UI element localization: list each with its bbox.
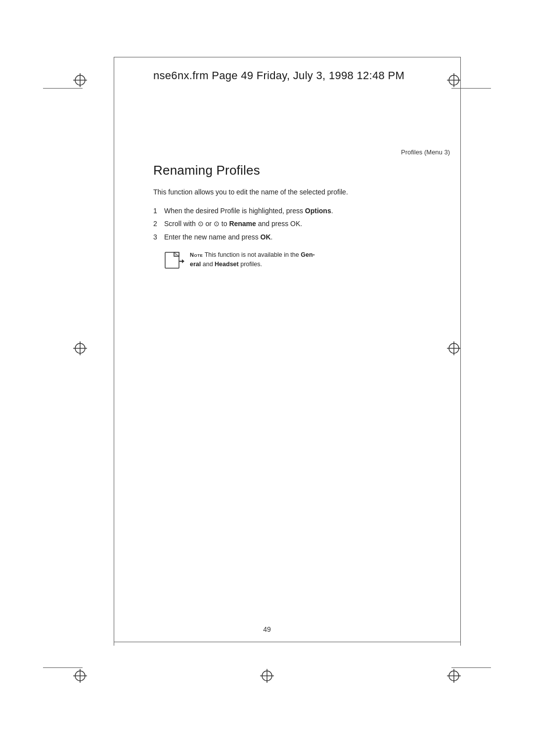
note-text: Note This function is not available in t… [190,250,450,269]
step-3-num: 3 [153,232,164,242]
reg-mark-bottom-right [447,669,461,683]
note-bold-headset: Headset [215,261,239,268]
step-2-num: 2 [153,218,164,229]
note-icon [164,251,185,270]
trim-line-top-right [451,88,491,89]
section-title: Renaming Profiles [153,163,450,178]
bottom-horizontal-line [114,642,461,642]
vertical-line-right [460,57,461,646]
section-label: Profiles (Menu 3) [153,148,450,156]
step-3: 3 Enter the new name and press OK. [153,232,450,242]
steps-list: 1 When the desired Profile is highlighte… [153,205,450,242]
step-3-bold: OK [261,233,271,241]
step-1: 1 When the desired Profile is highlighte… [153,205,450,216]
step-2-bold: Rename [229,220,256,228]
step-2: 2 Scroll with ⊙ or ⊙ to Rename and press… [153,218,450,229]
reg-mark-bottom-center [260,669,274,683]
note-label: Note [190,252,203,258]
reg-mark-middle-right [447,341,461,355]
step-1-num: 1 [153,205,164,216]
trim-line-bottom-left [43,667,83,668]
step-1-text: When the desired Profile is highlighted,… [164,206,450,216]
note-container: Note This function is not available in t… [164,250,450,270]
intro-text: This function allows you to edit the nam… [153,187,450,197]
reg-mark-bottom-left [73,669,87,683]
header-line [114,57,461,57]
page-header: nse6nx.frm Page 49 Friday, July 3, 1998 … [114,57,461,82]
header-title: nse6nx.frm Page 49 Friday, July 3, 1998 … [114,65,461,82]
trim-line-bottom-right [451,667,491,668]
step-2-text: Scroll with ⊙ or ⊙ to Rename and press O… [164,219,450,229]
reg-mark-top-left [73,73,87,87]
svg-marker-25 [182,259,184,263]
trim-line-top-left [43,88,83,89]
main-content: Profiles (Menu 3) Renaming Profiles This… [153,148,450,270]
step-1-bold: Options [305,207,331,215]
reg-mark-middle-left [73,341,87,355]
note-bold-general: Gen-eral [190,251,315,268]
vertical-line-left [114,57,114,646]
page-number: 49 [263,625,271,633]
step-3-text: Enter the new name and press OK. [164,232,450,242]
